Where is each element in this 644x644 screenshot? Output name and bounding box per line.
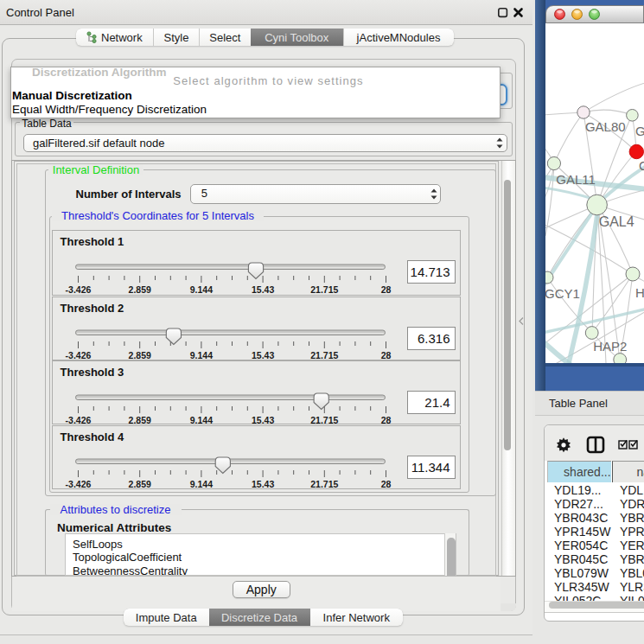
svg-text:H: H [635, 285, 644, 300]
svg-text:28: 28 [381, 284, 392, 295]
svg-text:-3.426: -3.426 [66, 415, 92, 425]
svg-text:2.859: 2.859 [129, 350, 151, 360]
svg-text:28: 28 [381, 350, 392, 360]
svg-text:9.144: 9.144 [190, 350, 213, 360]
svg-text:2.859: 2.859 [129, 415, 151, 425]
svg-text:C: C [639, 158, 644, 173]
svg-text:15.43: 15.43 [252, 479, 274, 489]
svg-text:9.144: 9.144 [190, 284, 213, 295]
svg-text:GAL80: GAL80 [585, 119, 626, 134]
svg-text:GAL11: GAL11 [556, 172, 596, 187]
svg-text:9.144: 9.144 [190, 415, 213, 425]
svg-text:GCY1: GCY1 [545, 286, 580, 301]
svg-text:2.859: 2.859 [129, 284, 151, 295]
svg-text:GAL4: GAL4 [599, 214, 634, 229]
svg-text:15.43: 15.43 [252, 350, 274, 360]
svg-text:HAP2: HAP2 [593, 339, 627, 354]
svg-text:9.144: 9.144 [190, 479, 213, 489]
svg-text:28: 28 [381, 479, 392, 489]
svg-text:2.859: 2.859 [129, 479, 151, 489]
svg-text:28: 28 [381, 415, 392, 425]
svg-text:-3.426: -3.426 [66, 350, 92, 360]
svg-text:21.715: 21.715 [310, 479, 338, 489]
svg-text:15.43: 15.43 [252, 284, 274, 295]
svg-text:-3.426: -3.426 [66, 479, 92, 489]
svg-text:GA: GA [635, 124, 644, 138]
svg-text:21.715: 21.715 [310, 284, 338, 295]
svg-text:-3.426: -3.426 [66, 284, 92, 295]
svg-text:21.715: 21.715 [310, 415, 338, 425]
svg-text:21.715: 21.715 [310, 350, 338, 360]
svg-text:15.43: 15.43 [252, 415, 274, 425]
